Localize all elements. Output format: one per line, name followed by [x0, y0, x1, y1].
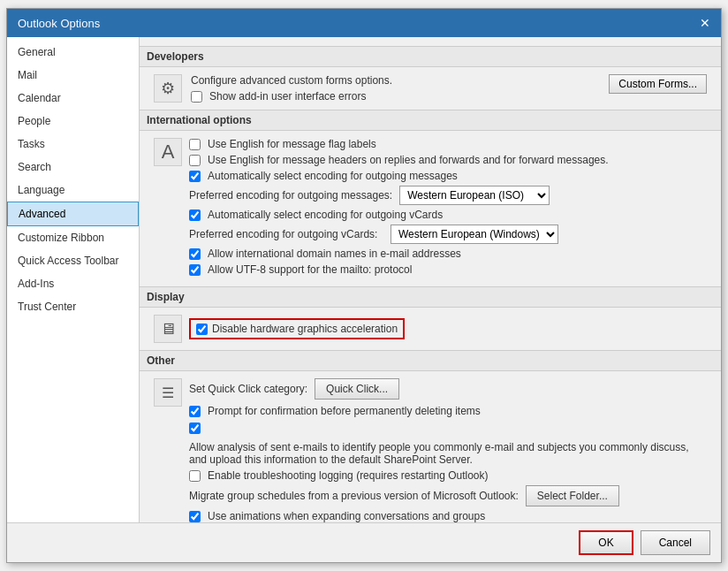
use-english-flags-label[interactable]: Use English for message flag labels — [189, 138, 707, 150]
developers-content: Configure advanced custom forms options.… — [191, 74, 392, 103]
main-content-wrapper: Developers ⚙ Configure advanced custom f… — [140, 37, 721, 522]
prompt-confirm-checkbox[interactable] — [189, 406, 201, 417]
auto-vcards-text: Automatically select encoding for outgoi… — [208, 209, 443, 221]
allow-intl-domain-checkbox[interactable] — [189, 248, 201, 260]
use-english-headers-checkbox[interactable] — [189, 155, 201, 166]
main-content: Developers ⚙ Configure advanced custom f… — [140, 37, 721, 522]
language-icon: A — [162, 141, 175, 164]
sidebar-item-search[interactable]: Search — [7, 156, 139, 179]
developers-icon: ⚙ — [154, 74, 182, 103]
custom-forms-button[interactable]: Custom Forms... — [609, 74, 707, 94]
allow-intl-domain-label[interactable]: Allow international domain names in e-ma… — [189, 247, 707, 260]
close-icon[interactable]: ✕ — [700, 16, 710, 30]
sidebar-item-calendar[interactable]: Calendar — [7, 87, 139, 110]
prompt-confirm-text: Prompt for confirmation before permanent… — [208, 405, 481, 417]
auto-encoding-text: Automatically select encoding for outgoi… — [208, 170, 458, 182]
allow-utf8-checkbox[interactable] — [189, 264, 201, 276]
section-other: Other — [140, 350, 721, 371]
auto-vcards-checkbox[interactable] — [189, 209, 201, 221]
sidebar-item-quick-access-toolbar[interactable]: Quick Access Toolbar — [7, 249, 139, 272]
cancel-button[interactable]: Cancel — [641, 530, 710, 555]
preferred-encoding-label: Preferred encoding for outgoing messages… — [189, 189, 392, 202]
preferred-encoding-row: Preferred encoding for outgoing messages… — [189, 186, 707, 205]
quick-click-row: Set Quick Click category: Quick Click... — [189, 378, 707, 400]
gear-forms-icon: ⚙ — [161, 79, 175, 98]
use-animations-text: Use animations when expanding conversati… — [208, 510, 485, 522]
preferred-vcards-select[interactable]: Western European (Windows) — [391, 225, 558, 244]
other-icon-box: ☰ — [154, 378, 182, 407]
section-display: Display — [140, 286, 721, 308]
allow-utf8-label[interactable]: Allow UTF-8 support for the mailto: prot… — [189, 263, 707, 276]
use-english-flags-checkbox[interactable] — [189, 139, 201, 150]
show-addin-checkbox[interactable] — [191, 91, 202, 103]
list-icon: ☰ — [162, 384, 174, 401]
sidebar-item-add-ins[interactable]: Add-Ins — [7, 272, 139, 295]
ok-button[interactable]: OK — [579, 530, 633, 555]
options-dialog: Outlook Options ✕ General Mail Calendar … — [6, 8, 722, 563]
dialog-body: General Mail Calendar People Tasks Searc… — [7, 37, 721, 522]
auto-vcards-label[interactable]: Automatically select encoding for outgoi… — [189, 209, 707, 221]
developers-left: ⚙ Configure advanced custom forms option… — [154, 74, 392, 103]
show-addin-label[interactable]: Show add-in user interface errors — [191, 90, 392, 103]
quick-click-label: Set Quick Click category: — [189, 383, 307, 395]
dialog-footer: OK Cancel — [7, 522, 721, 562]
enable-troubleshoot-label[interactable]: Enable troubleshooting logging (requires… — [189, 469, 707, 482]
dialog-title-text: Outlook Options — [18, 17, 100, 30]
section-international: International options — [140, 110, 721, 131]
sidebar-item-language[interactable]: Language — [7, 179, 139, 202]
intl-icon-box: A — [154, 138, 182, 166]
developers-row: ⚙ Configure advanced custom forms option… — [154, 74, 707, 103]
allow-analysis-label[interactable]: Allow analysis of sent e-mails to identi… — [189, 421, 707, 466]
auto-encoding-label[interactable]: Automatically select encoding for outgoi… — [189, 170, 707, 182]
show-addin-text: Show add-in user interface errors — [209, 90, 366, 103]
preferred-encoding-select[interactable]: Western European (ISO) — [399, 186, 550, 205]
quick-click-button[interactable]: Quick Click... — [315, 378, 399, 400]
use-english-headers-label[interactable]: Use English for message headers on repli… — [189, 154, 707, 166]
select-folder-button[interactable]: Select Folder... — [526, 485, 619, 506]
enable-troubleshoot-checkbox[interactable] — [189, 470, 201, 482]
use-english-headers-text: Use English for message headers on repli… — [208, 154, 609, 166]
allow-analysis-checkbox[interactable] — [189, 423, 201, 434]
prompt-confirm-label[interactable]: Prompt for confirmation before permanent… — [189, 405, 707, 417]
international-row: A Use English for message flag labels Us… — [154, 138, 707, 279]
configure-text: Configure advanced custom forms options. — [191, 74, 392, 87]
international-options: Use English for message flag labels Use … — [189, 138, 707, 279]
other-row: ☰ Set Quick Click category: Quick Click.… — [154, 378, 707, 522]
disable-hardware-highlight: Disable hardware graphics acceleration — [189, 318, 405, 339]
dialog-titlebar: Outlook Options ✕ — [7, 9, 721, 37]
sidebar-item-people[interactable]: People — [7, 110, 139, 133]
disable-hardware-checkbox[interactable] — [196, 324, 208, 335]
sidebar-item-mail[interactable]: Mail — [7, 64, 139, 87]
sidebar-item-trust-center[interactable]: Trust Center — [7, 295, 139, 318]
use-animations-label[interactable]: Use animations when expanding conversati… — [189, 510, 707, 522]
display-icon-box: 🖥 — [154, 315, 182, 343]
allow-utf8-text: Allow UTF-8 support for the mailto: prot… — [208, 263, 412, 276]
disable-hardware-text: Disable hardware graphics acceleration — [212, 323, 398, 335]
auto-encoding-checkbox[interactable] — [189, 171, 201, 182]
sidebar-item-advanced[interactable]: Advanced — [7, 202, 139, 226]
migrate-group-row: Migrate group schedules from a previous … — [189, 485, 707, 506]
use-animations-checkbox[interactable] — [189, 511, 201, 522]
allow-intl-domain-text: Allow international domain names in e-ma… — [208, 247, 461, 260]
preferred-vcards-label: Preferred encoding for outgoing vCards: — [189, 228, 383, 240]
enable-troubleshoot-text: Enable troubleshooting logging (requires… — [208, 469, 489, 482]
section-developers: Developers — [140, 46, 721, 67]
allow-analysis-text: Allow analysis of sent e-mails to identi… — [189, 441, 707, 466]
preferred-vcards-row: Preferred encoding for outgoing vCards: … — [189, 225, 707, 244]
migrate-group-label: Migrate group schedules from a previous … — [189, 490, 519, 502]
monitor-icon: 🖥 — [160, 320, 176, 339]
other-options: Set Quick Click category: Quick Click...… — [189, 378, 707, 522]
sidebar-item-tasks[interactable]: Tasks — [7, 133, 139, 156]
sidebar-item-general[interactable]: General — [7, 41, 139, 64]
sidebar-item-customize-ribbon[interactable]: Customize Ribbon — [7, 226, 139, 249]
sidebar: General Mail Calendar People Tasks Searc… — [7, 37, 140, 522]
use-english-flags-text: Use English for message flag labels — [208, 138, 376, 150]
display-row: 🖥 Disable hardware graphics acceleration — [154, 315, 707, 343]
